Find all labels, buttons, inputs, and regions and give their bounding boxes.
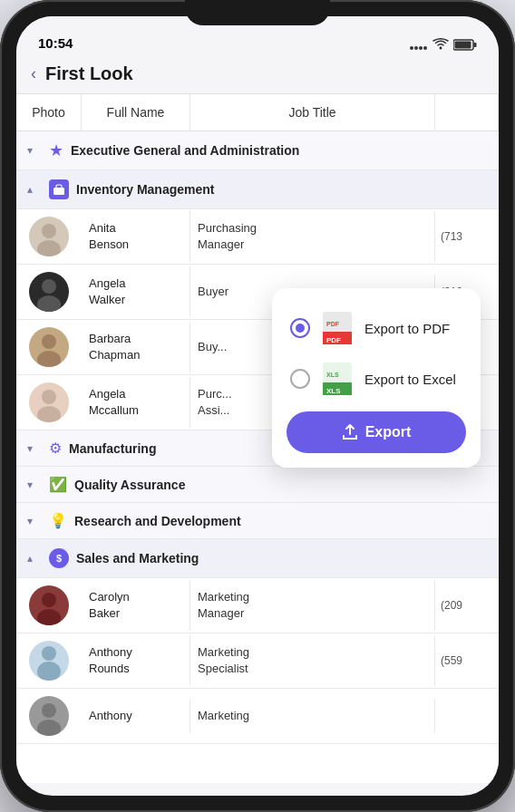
svg-point-17: [42, 593, 56, 607]
pdf-option-label: Export to PDF: [364, 321, 450, 336]
avatar: [29, 696, 69, 736]
group-label-sales: Sales and Marketing: [76, 551, 199, 566]
avatar-cell: [16, 689, 82, 743]
export-pdf-option[interactable]: PDF PDF Export to PDF: [287, 303, 466, 353]
svg-point-1: [414, 46, 418, 50]
job-title: Marketing: [190, 699, 435, 733]
svg-point-19: [42, 646, 56, 661]
employee-name: Anthony: [82, 699, 190, 733]
phone-number: (559: [435, 645, 499, 676]
group-row-inventory[interactable]: ▴ Inventory Management: [16, 170, 499, 209]
phone-number: (209: [435, 590, 499, 621]
chevron-down-icon: ▾: [27, 442, 42, 455]
table-row: CarolynBaker MarketingManager (209: [16, 578, 499, 633]
signal-icon: [410, 39, 428, 50]
svg-rect-6: [455, 41, 471, 48]
chevron-down-icon: ▾: [27, 144, 42, 157]
svg-point-2: [419, 46, 423, 50]
notch: [185, 0, 330, 25]
radio-excel[interactable]: [290, 369, 310, 389]
phone-number: [435, 707, 499, 725]
radio-pdf[interactable]: [290, 318, 310, 338]
svg-point-15: [42, 390, 56, 404]
chevron-down-icon: ▾: [27, 478, 42, 491]
svg-point-16: [37, 406, 61, 422]
wifi-icon: [432, 38, 449, 51]
svg-point-14: [37, 351, 61, 367]
col-header-phone: [435, 94, 499, 130]
excel-icon: XLS XLS: [321, 362, 354, 395]
employee-name: CarolynBaker: [82, 580, 190, 631]
status-icons: [410, 38, 477, 51]
group-row-quality[interactable]: ▾ ✅ Quality Assurance: [16, 467, 499, 503]
avatar: [29, 327, 69, 367]
group-row-sales[interactable]: ▴ $ Sales and Marketing: [16, 539, 499, 578]
upload-icon: [342, 424, 358, 440]
export-button[interactable]: Export: [287, 411, 466, 453]
export-dialog: PDF PDF Export to PDF XLS XLS E: [272, 288, 481, 468]
chevron-up-icon: ▴: [27, 183, 42, 196]
job-title: MarketingManager: [190, 580, 435, 631]
svg-rect-8: [53, 188, 64, 195]
avatar: [29, 585, 69, 625]
job-title: PurchasingManager: [190, 211, 435, 262]
group-label-executive: Executive General and Administration: [71, 143, 299, 158]
table-row: AnitaBenson PurchasingManager (713: [16, 209, 499, 265]
avatar-cell: [16, 633, 82, 688]
svg-text:PDF: PDF: [326, 336, 341, 344]
group-row-research[interactable]: ▾ 💡 Research and Development: [16, 503, 499, 539]
dollar-icon: $: [49, 548, 69, 568]
avatar: [29, 641, 69, 681]
chevron-down-icon: ▾: [27, 515, 42, 527]
svg-point-13: [42, 334, 56, 349]
avatar: [29, 272, 69, 312]
group-label-research: Research and Development: [74, 514, 241, 528]
avatar-cell: [16, 265, 82, 319]
svg-point-10: [37, 240, 61, 256]
star-icon: ★: [49, 140, 63, 160]
battery-icon: [453, 39, 477, 51]
radio-pdf-inner: [296, 324, 305, 333]
briefcase-icon: [49, 179, 69, 199]
avatar-cell: [16, 209, 82, 264]
svg-point-21: [42, 703, 56, 718]
employee-name: BarbaraChapman: [82, 322, 190, 372]
avatar: [29, 217, 69, 256]
svg-point-20: [37, 662, 61, 681]
employee-name: AngelaMccallum: [82, 377, 190, 428]
svg-point-3: [423, 46, 427, 50]
table-row: Anthony Marketing: [16, 689, 499, 744]
group-row-executive[interactable]: ▾ ★ Executive General and Administration: [16, 131, 499, 170]
job-title: MarketingSpecialist: [190, 635, 435, 686]
status-time: 10:54: [38, 35, 73, 51]
export-excel-option[interactable]: XLS XLS Export to Excel: [287, 353, 466, 404]
chevron-up-icon: ▴: [27, 552, 42, 565]
excel-option-label: Export to Excel: [364, 372, 456, 387]
export-button-label: Export: [365, 424, 412, 440]
bulb-icon: 💡: [49, 512, 67, 529]
gear-icon: ⚙: [49, 440, 62, 457]
svg-text:XLS: XLS: [326, 372, 339, 378]
col-header-photo: Photo: [16, 94, 82, 130]
group-label-inventory: Inventory Management: [76, 182, 214, 197]
avatar-cell: [16, 320, 82, 374]
pdf-icon: PDF PDF: [321, 312, 354, 344]
col-header-job: Job Title: [190, 94, 435, 130]
back-button[interactable]: ‹: [31, 64, 36, 83]
col-header-name: Full Name: [82, 94, 190, 130]
group-label-manufacturing: Manufacturing: [69, 441, 156, 456]
avatar: [29, 382, 69, 422]
group-label-quality: Quality Assurance: [74, 478, 185, 492]
employee-name: AnthonyRounds: [82, 635, 190, 686]
check-circle-icon: ✅: [49, 476, 67, 493]
nav-bar: ‹ First Look: [16, 56, 499, 94]
employee-name: AnitaBenson: [82, 211, 190, 262]
svg-point-9: [42, 224, 56, 238]
phone-number: (713: [435, 221, 499, 252]
svg-point-18: [37, 609, 61, 625]
phone-frame: 10:54: [0, 0, 515, 812]
avatar-cell: [16, 578, 82, 633]
svg-point-0: [410, 46, 413, 50]
table-row: AnthonyRounds MarketingSpecialist (559: [16, 633, 499, 689]
avatar-cell: [16, 375, 82, 430]
